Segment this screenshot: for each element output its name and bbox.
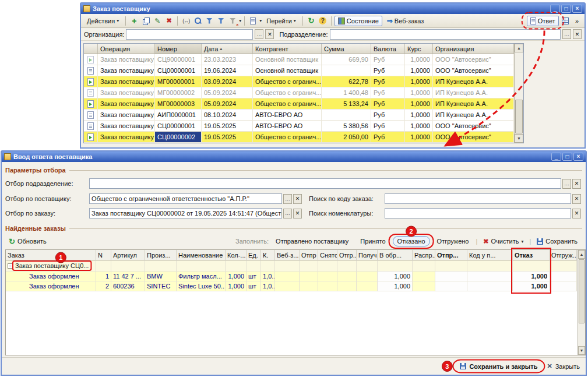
cell-rate[interactable]: 1,0000: [405, 54, 433, 65]
scroll-up-icon[interactable]: ▲: [515, 44, 523, 52]
filter-icon[interactable]: [216, 16, 226, 26]
open-document-dropdown-icon[interactable]: ▾: [259, 18, 262, 23]
cell-article[interactable]: 600236: [111, 281, 145, 291]
actions-menu-button[interactable]: Действия ▾: [83, 16, 122, 26]
fill-option-accepted[interactable]: Принято: [355, 236, 390, 246]
orders-col-header[interactable]: N: [96, 250, 111, 260]
cell-in_processing[interactable]: 1,000: [378, 272, 413, 281]
cell-contragent[interactable]: Основной поставщик: [253, 54, 322, 65]
minimize-button[interactable]: _: [550, 5, 560, 13]
group-empty-cell[interactable]: [300, 260, 318, 272]
cell-k[interactable]: 1,0...: [261, 272, 275, 281]
goto-menu-button[interactable]: Перейти ▾: [263, 16, 300, 26]
cell-plc[interactable]: [357, 281, 378, 291]
cell-number[interactable]: АИП0000001: [155, 110, 202, 121]
cell-number[interactable]: СЦ90000001: [155, 54, 202, 65]
orders-col-header[interactable]: Отгруж...: [550, 250, 577, 260]
dialog-titlebar[interactable]: Ввод ответа поставщика _ □ ×: [2, 151, 586, 162]
order-code-search-field[interactable]: [385, 193, 571, 204]
col-header-icon[interactable]: [84, 44, 98, 54]
cell-sum[interactable]: 622,78: [322, 76, 371, 87]
cell-currency[interactable]: Руб: [371, 132, 405, 143]
filter-dropdown-icon[interactable]: ▾: [239, 18, 241, 23]
cell-currency[interactable]: Руб: [371, 65, 405, 76]
cell-n[interactable]: 1: [96, 272, 111, 281]
orders-col-header[interactable]: Кол-...: [226, 250, 247, 260]
orders-col-header[interactable]: Заказ: [6, 250, 96, 260]
supplier-filter-choose-button[interactable]: …: [283, 194, 292, 204]
organization-clear-button[interactable]: ✕: [265, 29, 274, 39]
cell-date[interactable]: 19.05.2025: [202, 132, 253, 143]
cell-contragent[interactable]: АВТО-ЕВРО АО: [253, 110, 322, 121]
cell-org[interactable]: ООО "Автосервис": [433, 65, 514, 76]
order-item-row[interactable]: Заказ оформлен2600236SINTECSintec Luxe 5…: [6, 281, 578, 291]
cell-rsp[interactable]: [413, 281, 435, 291]
cell-date[interactable]: 08.10.2024: [202, 110, 253, 121]
scroll-up-icon[interactable]: ▲: [578, 250, 585, 259]
cell-sum[interactable]: 5 133,24: [322, 98, 371, 110]
orders-col-header[interactable]: В обр...: [378, 250, 413, 260]
order-list-row[interactable]: Заказ поставщикуМГ0000000205.09.2024Обще…: [84, 87, 514, 98]
fill-option-sent[interactable]: Отправлено поставщику: [271, 236, 353, 246]
orders-col-header[interactable]: К.: [261, 250, 275, 260]
cell-in_processing[interactable]: 1,000: [378, 281, 413, 291]
cell-rate[interactable]: 1,0000: [405, 98, 433, 110]
cell-currency[interactable]: Руб: [371, 121, 405, 132]
cell-org[interactable]: ООО "Автосервис": [433, 121, 514, 132]
cell-org[interactable]: ООО "Автосервис": [433, 132, 514, 143]
order-list-row[interactable]: Заказ поставщикуСЦ0000000119.05.2025АВТО…: [84, 121, 514, 132]
fill-option-shipped[interactable]: Отгружено: [432, 236, 474, 246]
orders-col-header[interactable]: Отпр...: [435, 250, 467, 260]
cell-plc[interactable]: [357, 272, 378, 281]
cell-name[interactable]: Sintec Luxe 50...: [177, 281, 226, 291]
fill-option-rejected[interactable]: Отказано: [393, 236, 430, 246]
orders-col-header[interactable]: Ед.: [247, 250, 261, 260]
delete-icon[interactable]: ✖: [164, 16, 174, 26]
cell-currency[interactable]: Руб: [371, 87, 405, 98]
scroll-track[interactable]: [515, 52, 523, 134]
cell-contragent[interactable]: АВТО-ЕВРО АО: [253, 121, 322, 132]
add-icon[interactable]: +: [129, 16, 139, 26]
group-empty-cell[interactable]: [145, 260, 177, 272]
orders-col-header[interactable]: Распр...: [413, 250, 435, 260]
cell-rsp[interactable]: [413, 272, 435, 281]
list-col-header[interactable]: Дата▴: [202, 44, 253, 54]
cell-operation[interactable]: Заказ поставщику: [98, 54, 155, 65]
group-empty-cell[interactable]: [435, 260, 467, 272]
collapse-expander-icon[interactable]: −: [8, 263, 13, 269]
cell-number[interactable]: МГ00000002: [155, 87, 202, 98]
cell-sum[interactable]: [322, 110, 371, 121]
cell-otg[interactable]: [337, 272, 357, 281]
refresh-icon[interactable]: ↻: [306, 16, 316, 26]
group-empty-cell[interactable]: [177, 260, 226, 272]
save-button[interactable]: Сохранить: [533, 236, 581, 246]
answer-button[interactable]: Ответ: [527, 16, 559, 26]
nomenclature-search-field[interactable]: [385, 208, 571, 219]
cell-date[interactable]: 23.03.2023: [202, 54, 253, 65]
order-group-row[interactable]: −Заказ поставщику СЦ0...: [6, 260, 578, 272]
cell-otpr[interactable]: [300, 272, 318, 281]
cell-name[interactable]: Фильтр масл...: [177, 272, 226, 281]
cell-date[interactable]: 19.05.2025: [202, 121, 253, 132]
orders-col-header[interactable]: Снято: [318, 250, 337, 260]
web-order-button[interactable]: ⇒ Веб-заказ: [383, 15, 428, 27]
table-settings-icon[interactable]: [560, 16, 571, 26]
cell-rate[interactable]: 1,0000: [405, 121, 433, 132]
cell-manufacturer[interactable]: BMW: [145, 272, 177, 281]
group-order-cell[interactable]: −Заказ поставщику СЦ0...: [6, 260, 96, 272]
cell-manufacturer[interactable]: SINTEC: [145, 281, 177, 291]
cell-org[interactable]: ИП Кузнецов А.А.: [433, 110, 514, 121]
cell-operation[interactable]: Заказ поставщику: [98, 65, 155, 76]
cell-org[interactable]: ИП Кузнецов А.А.: [433, 98, 514, 110]
group-empty-cell[interactable]: [378, 260, 413, 272]
orders-col-header[interactable]: Код у п...: [467, 250, 513, 260]
search-icon[interactable]: [192, 16, 203, 26]
orders-col-header[interactable]: Произ...: [145, 250, 177, 260]
order-list-row[interactable]: Заказ поставщикуСЦ0000000119.06.2024Осно…: [84, 65, 514, 76]
cell-rate[interactable]: 1,0000: [405, 87, 433, 98]
cell-contragent[interactable]: Общество с огранич...: [253, 76, 322, 87]
supplier-filter-field[interactable]: Общество с ограниченной ответственностью…: [89, 193, 282, 204]
supplier-filter-clear-button[interactable]: ✕: [293, 194, 302, 204]
help-icon[interactable]: ?: [318, 16, 328, 26]
department-clear-button[interactable]: ✕: [573, 29, 582, 39]
